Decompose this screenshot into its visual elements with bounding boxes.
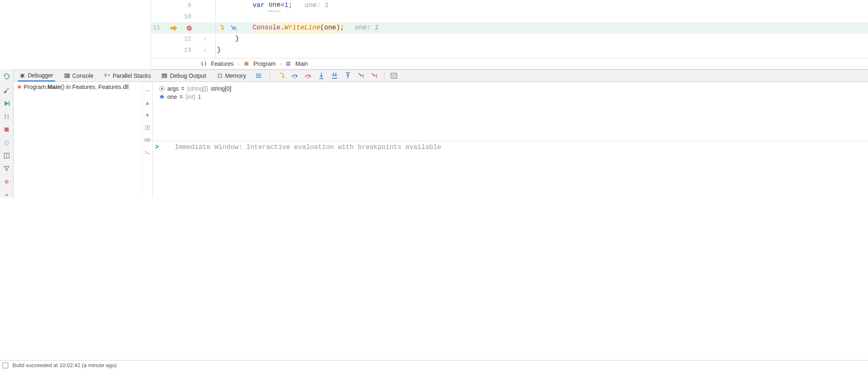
- frames-panel[interactable]: Program.Main() in Features, Features.dll: [14, 82, 153, 198]
- kill-button[interactable]: [2, 139, 11, 146]
- terminal-icon[interactable]: [144, 149, 151, 156]
- svg-point-33: [147, 139, 150, 141]
- fold-handle-icon[interactable]: ◇: [204, 48, 207, 53]
- bug-icon: [19, 72, 25, 78]
- tab-label: Debug Output: [170, 72, 206, 79]
- variable-name: one: [167, 94, 177, 100]
- svg-point-32: [145, 139, 147, 141]
- resume-button[interactable]: [2, 100, 11, 107]
- class-icon: [244, 61, 249, 67]
- tab-memory[interactable]: Memory: [215, 70, 248, 82]
- immediate-window[interactable]: > Immediate Window: Interactive evaluati…: [153, 141, 651, 195]
- memory-icon: [217, 73, 223, 79]
- force-step-over-button[interactable]: [304, 72, 312, 79]
- tab-console[interactable]: Console: [63, 70, 95, 82]
- svg-rect-16: [108, 74, 110, 76]
- variable-value: 1: [198, 94, 201, 100]
- run-to-cursor-button[interactable]: [357, 72, 365, 79]
- tab-label: Parallel Stacks: [113, 72, 151, 79]
- force-run-to-cursor-button[interactable]: [371, 72, 378, 79]
- layout-button[interactable]: [2, 152, 11, 159]
- separator: [270, 72, 270, 79]
- breadcrumb-item[interactable]: Program: [253, 60, 276, 67]
- stop-button[interactable]: [2, 126, 11, 132]
- breadcrumb-item[interactable]: Main: [295, 60, 308, 67]
- tab-label: Memory: [225, 72, 246, 79]
- svg-rect-7: [5, 127, 9, 132]
- add-frame-button[interactable]: [144, 124, 151, 131]
- variables-panel[interactable]: args = {string[]} string[0] one = {int} …: [153, 82, 651, 140]
- show-execution-point-button[interactable]: [278, 72, 285, 79]
- breadcrumb[interactable]: Features › Program › Main: [151, 58, 651, 70]
- line-number[interactable]: 13: [151, 47, 195, 54]
- line-number[interactable]: 11: [151, 24, 164, 31]
- mute-breakpoints-button[interactable]: [2, 178, 11, 185]
- svg-rect-15: [105, 75, 106, 77]
- smart-step-into-button[interactable]: [331, 72, 338, 79]
- brace: }: [217, 45, 221, 56]
- svg-rect-13: [65, 74, 70, 78]
- frame-location: () in Features, Features.dll: [60, 84, 128, 90]
- breadcrumb-item[interactable]: Features: [211, 60, 234, 67]
- svg-point-22: [294, 77, 295, 79]
- variable-type: {int}: [186, 94, 195, 100]
- namespace-icon: [201, 61, 207, 67]
- svg-rect-14: [105, 74, 106, 75]
- code-text: (one);: [320, 24, 344, 31]
- svg-rect-18: [218, 74, 222, 77]
- line-number[interactable]: 12: [151, 36, 195, 43]
- variable-row[interactable]: args = {string[]} string[0]: [159, 84, 651, 93]
- immediate-placeholder: Immediate Window: Interactive evaluation…: [175, 144, 441, 151]
- variable-value: string[0]: [211, 85, 231, 92]
- tab-debug-output[interactable]: Debug Output: [160, 70, 207, 82]
- prev-frame-button[interactable]: ▲: [144, 99, 151, 106]
- stack-frame[interactable]: Program.Main() in Features, Features.dll: [14, 82, 153, 92]
- line-number[interactable]: 9: [151, 2, 195, 9]
- svg-point-11: [5, 180, 9, 184]
- svg-point-36: [161, 88, 163, 90]
- code-text: .: [280, 24, 285, 31]
- line-number[interactable]: 10: [151, 13, 195, 20]
- variable-row[interactable]: one = {int} 1: [159, 93, 651, 101]
- collapse-icon[interactable]: —: [144, 87, 151, 94]
- eq: =: [181, 85, 184, 92]
- evaluate-expression-button[interactable]: [390, 72, 398, 79]
- tab-parallel-stacks[interactable]: Parallel Stacks: [103, 70, 153, 82]
- step-out-button[interactable]: [344, 72, 352, 79]
- svg-rect-17: [162, 74, 167, 78]
- tab-debugger[interactable]: Debugger: [18, 70, 55, 82]
- rerun-button[interactable]: [2, 73, 11, 80]
- step-over-button[interactable]: [291, 72, 299, 79]
- more-button[interactable]: »: [2, 192, 11, 198]
- code-text: ;: [288, 0, 292, 11]
- frame-indicator-icon: [18, 85, 21, 89]
- svg-point-12: [21, 74, 24, 78]
- inline-value-hint: one: 1: [355, 22, 379, 34]
- frame-method: Main: [48, 84, 61, 90]
- fold-handle-icon[interactable]: ◇: [204, 36, 207, 42]
- editor-blank-region: [0, 0, 151, 70]
- brace: }: [235, 34, 239, 45]
- filter-button[interactable]: [2, 166, 11, 172]
- debug-left-toolbar: »: [0, 70, 14, 198]
- frame-class: Program.: [24, 84, 48, 90]
- separator: [384, 72, 384, 79]
- number-literal: 1: [285, 0, 289, 11]
- variable-type: {string[]}: [187, 85, 208, 92]
- next-frame-button[interactable]: ▼: [144, 112, 151, 118]
- code-text: =: [280, 0, 285, 11]
- step-in-arrow-icon: [218, 24, 225, 32]
- pause-button[interactable]: [2, 113, 11, 120]
- current-execution-icon: [171, 25, 180, 31]
- threads-icon[interactable]: [255, 72, 263, 79]
- immediate-prompt: >: [155, 144, 159, 151]
- keyword: var: [253, 0, 265, 11]
- svg-rect-6: [7, 114, 9, 119]
- glasses-icon[interactable]: [144, 137, 151, 143]
- breakpoint-icon[interactable]: [186, 25, 195, 31]
- type-name: Console: [253, 24, 280, 31]
- param-icon: [159, 86, 165, 91]
- svg-rect-27: [391, 73, 397, 78]
- step-into-button[interactable]: [318, 72, 325, 79]
- settings-button[interactable]: [2, 87, 11, 94]
